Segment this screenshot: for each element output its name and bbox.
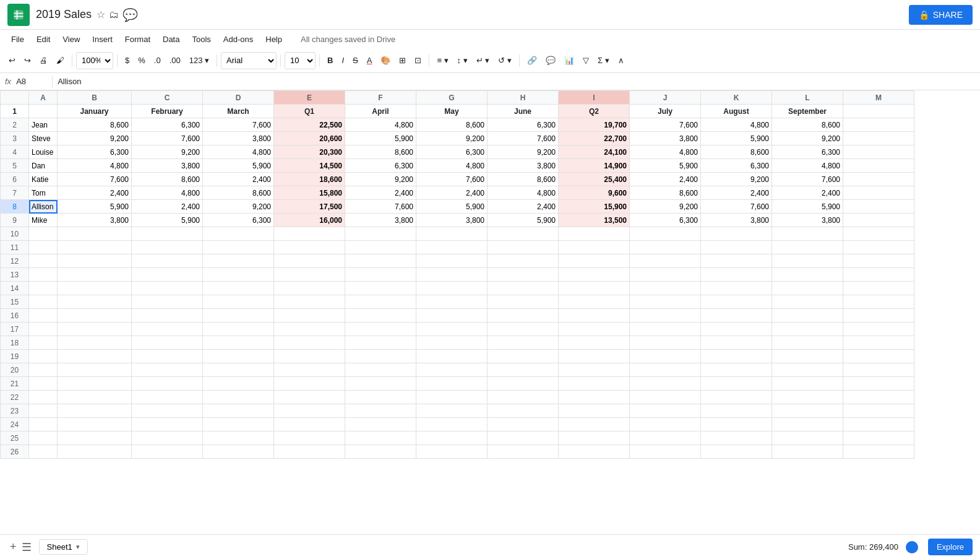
cell-empty-22-7[interactable] <box>488 391 559 404</box>
star-icon[interactable]: ☆ <box>97 9 105 20</box>
cell-L2[interactable]: 8,600 <box>772 118 843 132</box>
cell-M3[interactable] <box>843 132 914 145</box>
cell-empty-22-9[interactable] <box>630 391 701 404</box>
cell-empty-18-7[interactable] <box>488 336 559 350</box>
cell-K4[interactable]: 8,600 <box>701 145 772 159</box>
cell-empty-20-10[interactable] <box>701 363 772 377</box>
zoom-select[interactable]: 100% 75% 50% 150% <box>76 52 113 69</box>
cell-empty-14-10[interactable] <box>701 282 772 295</box>
cell-empty-19-6[interactable] <box>416 350 488 363</box>
cell-empty-25-5[interactable] <box>345 431 416 445</box>
undo-button[interactable]: ↩ <box>5 53 19 67</box>
cell-empty-19-8[interactable] <box>559 350 630 363</box>
cell-I5[interactable]: 14,900 <box>559 159 630 173</box>
cell-empty-26-5[interactable] <box>345 445 416 459</box>
cell-empty-17-9[interactable] <box>630 323 701 336</box>
cell-empty-11-4[interactable] <box>274 241 345 254</box>
cell-empty-10-11[interactable] <box>772 227 843 241</box>
cell-K8[interactable]: 7,600 <box>701 200 772 214</box>
col-header-F[interactable]: F <box>345 91 416 105</box>
cell-empty-17-0[interactable] <box>29 323 58 336</box>
cell-empty-25-3[interactable] <box>203 431 274 445</box>
cell-I6[interactable]: 25,400 <box>559 173 630 186</box>
cell-empty-17-5[interactable] <box>345 323 416 336</box>
cell-empty-10-8[interactable] <box>559 227 630 241</box>
cell-empty-11-10[interactable] <box>701 241 772 254</box>
cell-empty-14-4[interactable] <box>274 282 345 295</box>
cell-empty-16-11[interactable] <box>772 309 843 323</box>
cell-empty-24-7[interactable] <box>488 418 559 431</box>
cell-empty-20-0[interactable] <box>29 363 58 377</box>
decimal-increase-button[interactable]: .00 <box>166 53 184 67</box>
fontsize-select[interactable]: 10 11 12 14 <box>285 52 316 69</box>
cell-B6[interactable]: 7,600 <box>58 173 132 186</box>
cell-M8[interactable] <box>843 200 914 214</box>
more-formats-button[interactable]: 123 ▾ <box>186 53 213 67</box>
cell-empty-21-1[interactable] <box>58 377 132 391</box>
cell-K5[interactable]: 6,300 <box>701 159 772 173</box>
cell-empty-18-1[interactable] <box>58 336 132 350</box>
cell-I4[interactable]: 24,100 <box>559 145 630 159</box>
share-button[interactable]: 🔒 SHARE <box>909 5 973 25</box>
cell-empty-19-1[interactable] <box>58 350 132 363</box>
cell-E8[interactable]: 17,500 <box>274 200 345 214</box>
cell-empty-24-10[interactable] <box>701 418 772 431</box>
cell-empty-24-5[interactable] <box>345 418 416 431</box>
cell-E4[interactable]: 20,300 <box>274 145 345 159</box>
cell-A7[interactable]: Tom <box>29 186 58 200</box>
cell-G6[interactable]: 7,600 <box>416 173 488 186</box>
cell-empty-17-3[interactable] <box>203 323 274 336</box>
cell-empty-13-0[interactable] <box>29 268 58 282</box>
cell-empty-24-11[interactable] <box>772 418 843 431</box>
cell-empty-22-4[interactable] <box>274 391 345 404</box>
cell-empty-10-7[interactable] <box>488 227 559 241</box>
cell-F5[interactable]: 6,300 <box>345 159 416 173</box>
cell-empty-15-0[interactable] <box>29 295 58 309</box>
cell-empty-14-2[interactable] <box>132 282 203 295</box>
cell-empty-17-7[interactable] <box>488 323 559 336</box>
cell-empty-24-9[interactable] <box>630 418 701 431</box>
cell-empty-13-4[interactable] <box>274 268 345 282</box>
cell-C9[interactable]: 5,900 <box>132 214 203 227</box>
cell-empty-10-12[interactable] <box>843 227 914 241</box>
cell-empty-25-1[interactable] <box>58 431 132 445</box>
cell-J3[interactable]: 3,800 <box>630 132 701 145</box>
cell-empty-19-2[interactable] <box>132 350 203 363</box>
paint-format-button[interactable]: 🖌 <box>53 53 68 67</box>
menu-view[interactable]: View <box>56 32 86 46</box>
cell-empty-22-3[interactable] <box>203 391 274 404</box>
cell-empty-13-2[interactable] <box>132 268 203 282</box>
collapse-toolbar-button[interactable]: ∧ <box>614 53 628 67</box>
cell-empty-24-4[interactable] <box>274 418 345 431</box>
cell-G5[interactable]: 4,800 <box>416 159 488 173</box>
cell-D4[interactable]: 4,800 <box>203 145 274 159</box>
cell-empty-25-0[interactable] <box>29 431 58 445</box>
cell-D8[interactable]: 9,200 <box>203 200 274 214</box>
text-wrap-button[interactable]: ↵ ▾ <box>473 53 494 67</box>
cell-empty-10-4[interactable] <box>274 227 345 241</box>
cell-B8[interactable]: 5,900 <box>58 200 132 214</box>
cell-empty-24-3[interactable] <box>203 418 274 431</box>
cell-empty-20-6[interactable] <box>416 363 488 377</box>
cell-empty-12-11[interactable] <box>772 254 843 268</box>
cell-empty-20-5[interactable] <box>345 363 416 377</box>
text-color-button[interactable]: A <box>363 53 376 67</box>
cell-C5[interactable]: 3,800 <box>132 159 203 173</box>
menu-addons[interactable]: Add-ons <box>217 32 259 46</box>
cell-A2[interactable]: Jean <box>29 118 58 132</box>
cell-J4[interactable]: 4,800 <box>630 145 701 159</box>
cell-empty-23-6[interactable] <box>416 404 488 418</box>
cell-E5[interactable]: 14,500 <box>274 159 345 173</box>
cell-empty-12-10[interactable] <box>701 254 772 268</box>
col-header-J[interactable]: J <box>630 91 701 105</box>
filter-button[interactable]: ▽ <box>579 53 593 67</box>
cell-B2[interactable]: 8,600 <box>58 118 132 132</box>
cell-empty-22-1[interactable] <box>58 391 132 404</box>
cell-K7[interactable]: 2,400 <box>701 186 772 200</box>
cell-J5[interactable]: 5,900 <box>630 159 701 173</box>
cell-empty-15-12[interactable] <box>843 295 914 309</box>
cell-empty-15-9[interactable] <box>630 295 701 309</box>
cell-empty-10-9[interactable] <box>630 227 701 241</box>
cell-empty-15-5[interactable] <box>345 295 416 309</box>
cell-empty-17-2[interactable] <box>132 323 203 336</box>
